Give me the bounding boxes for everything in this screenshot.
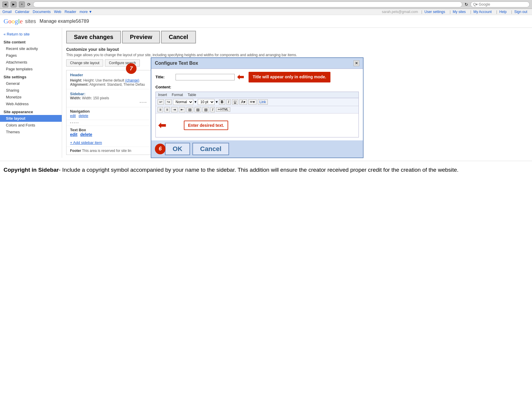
logo-g2: g bbox=[15, 17, 18, 25]
manage-text: Manage example56789 bbox=[40, 19, 89, 24]
sidebar-item-general[interactable]: General bbox=[0, 80, 62, 87]
font-size-select[interactable]: 10 pt bbox=[198, 99, 215, 105]
search-bar[interactable] bbox=[471, 1, 530, 7]
logo-o2: o bbox=[12, 17, 15, 25]
redo-button[interactable]: ↪ bbox=[165, 99, 172, 105]
refresh-icon[interactable]: ↻ bbox=[465, 2, 468, 7]
my-account-link[interactable]: My Account bbox=[473, 10, 492, 14]
sign-out-link[interactable]: Sign out bbox=[514, 10, 527, 14]
copyright-footer: Copyright in Sidebar- Include a copyrigh… bbox=[0, 161, 532, 179]
nav-gmail[interactable]: Gmail bbox=[2, 10, 12, 14]
configure-textbox-dialog: Configure Text Box ✕ Title: ⬅ Title will… bbox=[151, 57, 364, 158]
forward-button[interactable]: ▶ bbox=[11, 1, 17, 7]
textbox-delete-link[interactable]: delete bbox=[80, 132, 92, 137]
sidebar-item-page-templates[interactable]: Page templates bbox=[0, 66, 62, 72]
unordered-list-button[interactable]: ≡ bbox=[164, 107, 170, 112]
sites-text: sites bbox=[25, 18, 36, 25]
address-bar[interactable] bbox=[33, 1, 462, 7]
dialog-content-row: Content: bbox=[155, 85, 359, 89]
logo-g: G bbox=[4, 17, 8, 25]
logo-e: e bbox=[20, 17, 23, 25]
editor-content[interactable]: ⬅ Enter desired text. bbox=[156, 113, 359, 137]
nav-documents[interactable]: Documents bbox=[33, 10, 51, 14]
italic-btn2[interactable]: I bbox=[210, 107, 215, 112]
dialog-footer: 6 OK Cancel bbox=[151, 140, 363, 158]
sidebar-item-monetize[interactable]: Monetize bbox=[0, 94, 62, 100]
font-color-button[interactable]: A▾ bbox=[239, 99, 247, 105]
content-label: Content: bbox=[155, 85, 173, 89]
content-area: 7 Save changes Preview Cancel Customize … bbox=[62, 28, 532, 158]
header-change-link[interactable]: (change) bbox=[125, 78, 139, 82]
change-site-layout-button[interactable]: Change site layout bbox=[66, 59, 103, 66]
sidebar-item-web-address[interactable]: Web Address bbox=[0, 100, 62, 107]
browser-chrome: ◀ ▶ + ⟳ ↻ bbox=[0, 0, 532, 9]
nav-delete-link[interactable]: delete bbox=[79, 114, 88, 118]
highlight-button[interactable]: ✏▾ bbox=[248, 99, 257, 105]
preview-button[interactable]: Preview bbox=[122, 31, 160, 43]
sidebar-item-attachments[interactable]: Attachments bbox=[0, 59, 62, 66]
sidebar-item-colors-fonts[interactable]: Colors and Fonts bbox=[0, 122, 62, 129]
textbox-edit-link[interactable]: edit bbox=[70, 132, 77, 137]
user-settings-link[interactable]: User settings bbox=[424, 10, 445, 14]
nav-web[interactable]: Web bbox=[54, 10, 61, 14]
sidebar-item-recent-activity[interactable]: Recent site activity bbox=[0, 45, 62, 52]
site-settings-title: Site settings bbox=[0, 72, 62, 80]
divider2: | bbox=[450, 10, 451, 14]
divider5: | bbox=[511, 10, 513, 14]
footer-label: Footer bbox=[70, 149, 81, 153]
cancel-dialog-button[interactable]: Cancel bbox=[192, 143, 229, 155]
bold-button[interactable]: B bbox=[219, 99, 225, 105]
menu-insert[interactable]: Insert bbox=[158, 93, 167, 97]
editor-menu-bar: Insert Format Table bbox=[156, 92, 359, 98]
nav-edit-link[interactable]: edit bbox=[70, 114, 76, 118]
editor-container: Insert Format Table ↩ ↪ Normal ▾ 10 pt bbox=[155, 92, 359, 137]
copyright-text: - Include a copyright symbol accompanied… bbox=[59, 167, 459, 173]
back-button[interactable]: ◀ bbox=[2, 1, 8, 7]
format-select[interactable]: Normal bbox=[173, 99, 193, 105]
save-changes-button[interactable]: Save changes bbox=[66, 31, 121, 43]
site-content-title: Site content bbox=[0, 38, 62, 45]
title-input[interactable] bbox=[176, 74, 235, 80]
nav-calendar[interactable]: Calendar bbox=[15, 10, 30, 14]
align-center-button[interactable]: ▤ bbox=[194, 107, 201, 112]
sidebar-item-pages[interactable]: Pages bbox=[0, 52, 62, 59]
menu-format[interactable]: Format bbox=[172, 93, 183, 97]
cancel-button[interactable]: Cancel bbox=[161, 31, 196, 43]
dialog-title: Configure Text Box bbox=[155, 61, 198, 66]
underline-button[interactable]: U bbox=[232, 99, 238, 105]
align-left-button[interactable]: ▤ bbox=[186, 107, 193, 112]
return-to-site-link[interactable]: « Return to site bbox=[0, 31, 62, 38]
indent-button[interactable]: ⇥ bbox=[171, 107, 178, 112]
main-layout: « Return to site Site content Recent sit… bbox=[0, 28, 532, 158]
nav-more[interactable]: more ▼ bbox=[80, 10, 92, 14]
sidebar-item-themes[interactable]: Themes bbox=[0, 129, 62, 135]
dialog-close-button[interactable]: ✕ bbox=[353, 60, 359, 66]
undo-button[interactable]: ↩ bbox=[158, 99, 164, 105]
title-label: Title: bbox=[155, 75, 173, 79]
italic-button[interactable]: I bbox=[226, 99, 231, 105]
add-sidebar-link[interactable]: + Add sidebar item bbox=[70, 140, 102, 145]
dialog-body: Title: ⬅ Title will appear only in editi… bbox=[151, 69, 363, 140]
ordered-list-button[interactable]: ≡ bbox=[158, 107, 163, 112]
action-bar: Save changes Preview Cancel bbox=[66, 31, 528, 43]
sidebar-item-site-layout[interactable]: Site layout bbox=[0, 115, 62, 122]
outdent-button[interactable]: ⇤ bbox=[179, 107, 185, 112]
font-size-dropdown-icon: ▾ bbox=[216, 100, 218, 104]
menu-table[interactable]: Table bbox=[188, 93, 196, 97]
copyright-bold-text: Copyright in Sidebar bbox=[4, 167, 59, 173]
link-button[interactable]: Link bbox=[258, 99, 268, 105]
my-sites-link[interactable]: My sites bbox=[453, 10, 466, 14]
add-tab-button[interactable]: + bbox=[19, 1, 25, 7]
customize-desc: This page allows you to change the layou… bbox=[66, 53, 528, 57]
align-right-button[interactable]: ▤ bbox=[202, 107, 209, 112]
html-button[interactable]: ✏HTML bbox=[216, 107, 230, 112]
help-link[interactable]: Help bbox=[499, 10, 507, 14]
editor-toolbar: ↩ ↪ Normal ▾ 10 pt ▾ B I U A▾ bbox=[156, 98, 359, 106]
sidebar-item-sharing[interactable]: Sharing bbox=[0, 87, 62, 94]
nav-reader[interactable]: Reader bbox=[65, 10, 76, 14]
ok-button[interactable]: OK bbox=[165, 143, 190, 155]
title-tooltip: Title will appear only in editing mode. bbox=[249, 72, 330, 82]
google-logo: Google bbox=[4, 17, 23, 25]
dialog-title-row: Title: ⬅ Title will appear only in editi… bbox=[155, 72, 359, 82]
user-email: sarah.pels@gmail.com bbox=[382, 10, 418, 14]
